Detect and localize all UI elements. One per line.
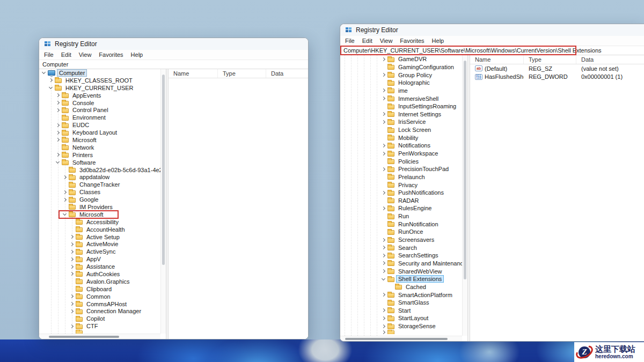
chevron-right-icon[interactable]	[381, 293, 386, 296]
chevron-right-icon[interactable]	[62, 176, 67, 179]
titlebar-right[interactable]: Registry Editor	[340, 24, 644, 36]
tree-item-assistance[interactable]: Assistance	[39, 263, 166, 270]
chevron-right-icon[interactable]	[69, 250, 74, 253]
menu-item-favorites[interactable]: Favorites	[95, 50, 127, 60]
tree-item-runnotification[interactable]: RunNotification	[340, 220, 467, 228]
chevron-right-icon[interactable]	[69, 235, 74, 238]
chevron-right-icon[interactable]	[381, 325, 386, 328]
vertical-scrollbar[interactable]	[462, 55, 467, 336]
chevron-right-icon[interactable]	[381, 97, 386, 100]
tree-item-activesync[interactable]: ActiveSync	[39, 248, 166, 255]
menu-item-file[interactable]: File	[40, 50, 57, 60]
tree-item-3d0ba22d-e02b-5c6d-93a1-4e2a9af9[interactable]: 3d0ba22d-e02b-5c6d-93a1-4e2a9af9	[39, 166, 166, 174]
tree-item-radar[interactable]: RADAR	[340, 197, 467, 205]
tree-item-start[interactable]: Start	[340, 307, 467, 315]
column-header-data[interactable]: Data	[266, 69, 308, 78]
chevron-right-icon[interactable]	[55, 138, 60, 141]
chevron-right-icon[interactable]	[62, 191, 67, 194]
chevron-right-icon[interactable]	[55, 131, 60, 134]
chevron-right-icon[interactable]	[69, 258, 74, 261]
chevron-right-icon[interactable]	[55, 109, 60, 112]
chevron-right-icon[interactable]	[69, 243, 74, 246]
tree-item-hkey-classes-root[interactable]: HKEY_CLASSES_ROOT	[39, 77, 166, 84]
tree-item-environment[interactable]: Environment	[39, 114, 166, 121]
tree-item-changetracker[interactable]: ChangeTracker	[39, 181, 166, 188]
column-header-data[interactable]: Data	[576, 55, 644, 64]
chevron-right-icon[interactable]	[55, 124, 60, 127]
tree-item-search[interactable]: Search	[340, 243, 467, 252]
chevron-right-icon[interactable]	[381, 239, 386, 241]
tree-item-appevents[interactable]: AppEvents	[39, 92, 166, 99]
chevron-right-icon[interactable]	[55, 101, 60, 104]
tree-item-gamedvr[interactable]: GameDVR	[340, 55, 467, 63]
chevron-right-icon[interactable]	[55, 94, 60, 97]
tree-item-classes[interactable]: Classes	[39, 188, 166, 196]
chevron-right-icon[interactable]	[381, 121, 386, 123]
chevron-right-icon[interactable]	[55, 153, 60, 156]
chevron-right-icon[interactable]	[69, 302, 74, 305]
chevron-right-icon[interactable]	[69, 265, 74, 268]
chevron-right-icon[interactable]	[69, 295, 74, 298]
addressbar-right[interactable]: Computer\HKEY_CURRENT_USER\Software\Micr…	[340, 46, 644, 55]
tree-item-connection-manager[interactable]: Connection Manager	[39, 308, 166, 315]
chevron-right-icon[interactable]	[381, 191, 386, 194]
tree-item-microsoft[interactable]: Microsoft	[39, 136, 166, 144]
column-header-name[interactable]: Name	[470, 55, 524, 64]
menu-item-file[interactable]: File	[341, 36, 358, 46]
chevron-down-icon[interactable]	[48, 87, 53, 88]
tree-item-mobility[interactable]: Mobility	[340, 134, 467, 142]
tree-item-pushnotifications[interactable]: PushNotifications	[340, 189, 467, 197]
value-row-hasflushedshell[interactable]: 011110HasFlushedShell...REG_DWORD0x00000…	[470, 73, 644, 82]
tree-item-smartactionplatform[interactable]: SmartActionPlatform	[340, 291, 467, 299]
tree-item-smartglass[interactable]: SmartGlass	[340, 299, 467, 307]
chevron-down-icon[interactable]	[55, 161, 60, 163]
tree-item-hkey-current-user[interactable]: HKEY_CURRENT_USER	[39, 84, 166, 92]
chevron-right-icon[interactable]	[381, 254, 386, 257]
tree-item-group-policy[interactable]: Group Policy	[340, 71, 467, 79]
tree-item-ctf[interactable]: CTF	[39, 322, 166, 330]
tree-item-printers[interactable]: Printers	[39, 151, 166, 159]
titlebar-left[interactable]: Registry Editor	[39, 38, 308, 50]
tree-item-appv[interactable]: AppV	[39, 255, 166, 263]
tree-item-cached[interactable]: Cached	[340, 283, 467, 291]
chevron-right-icon[interactable]	[62, 198, 67, 201]
tree-item-copilot[interactable]: Copilot	[39, 315, 166, 322]
tree-item-security-and-maintenance[interactable]: Security and Maintenance	[340, 260, 467, 268]
tree-item-notifications[interactable]: Notifications	[340, 142, 467, 150]
menu-item-view[interactable]: View	[75, 50, 96, 60]
chevron-right-icon[interactable]	[381, 144, 386, 147]
tree-item-appdatalow[interactable]: appdatalow	[39, 173, 166, 181]
menu-item-help[interactable]: Help	[428, 36, 448, 46]
horizontal-scrollbar[interactable]	[340, 336, 462, 341]
tree-item-commsaphost[interactable]: CommsAPHost	[39, 300, 166, 308]
chevron-right-icon[interactable]	[381, 246, 386, 249]
chevron-right-icon[interactable]	[381, 317, 386, 320]
tree-item-computer[interactable]: Computer	[39, 69, 166, 77]
tree-item-accounthealth[interactable]: AccountHealth	[39, 226, 166, 233]
horizontal-scrollbar[interactable]	[39, 334, 160, 339]
chevron-right-icon[interactable]	[381, 331, 386, 334]
chevron-down-icon[interactable]	[62, 213, 67, 215]
chevron-down-icon[interactable]	[41, 72, 46, 73]
tree-item-lock-screen[interactable]: Lock Screen	[340, 126, 467, 134]
chevron-right-icon[interactable]	[381, 270, 386, 272]
tree-item-rulesengine[interactable]: RulesEngine	[340, 204, 467, 212]
chevron-right-icon[interactable]	[48, 79, 53, 82]
addressbar-left[interactable]: Computer	[39, 60, 308, 69]
chevron-right-icon[interactable]	[381, 152, 386, 155]
tree-item-policies[interactable]: Policies	[340, 157, 467, 165]
tree-item-keyboard-layout[interactable]: Keyboard Layout	[39, 129, 166, 136]
tree-item-privacy[interactable]: Privacy	[340, 181, 467, 189]
tree-item-startlayout[interactable]: StartLayout	[340, 314, 467, 322]
tree-item-active-setup[interactable]: Active Setup	[39, 233, 166, 241]
tree-item-run[interactable]: Run	[340, 212, 467, 220]
menu-item-edit[interactable]: Edit	[57, 50, 75, 60]
chevron-right-icon[interactable]	[69, 272, 74, 275]
column-header-name[interactable]: Name	[169, 69, 218, 78]
column-header-type[interactable]: Type	[524, 55, 576, 64]
value-row-default[interactable]: ab(Default)REG_SZ(value not set)	[470, 64, 644, 73]
tree-item-avalon-graphics[interactable]: Avalon.Graphics	[39, 278, 166, 285]
tree-item-sharedwebview[interactable]: SharedWebView	[340, 267, 467, 275]
tree-item-internet-settings[interactable]: Internet Settings	[340, 110, 467, 118]
tree-item-searchsettings[interactable]: SearchSettings	[340, 252, 467, 260]
